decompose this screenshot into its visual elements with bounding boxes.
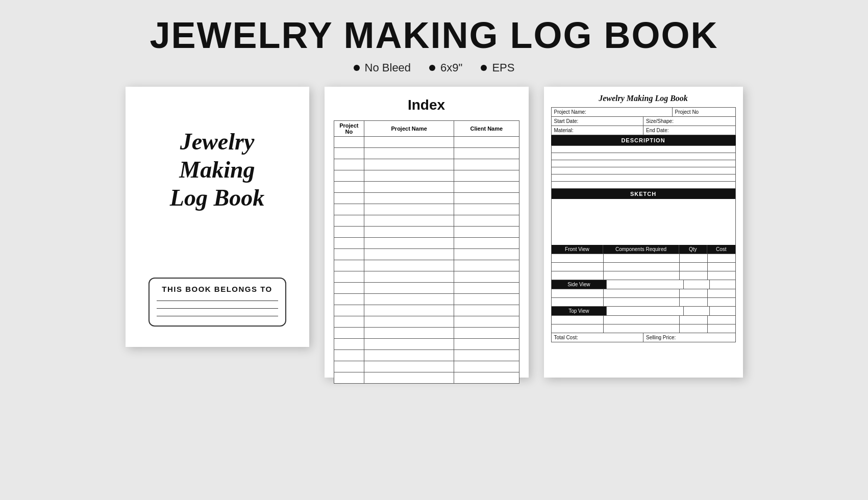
col-header-client-name: Client Name [454, 121, 519, 137]
belongs-line-2 [157, 308, 278, 309]
description-rows [551, 145, 736, 188]
index-cell-no [334, 182, 364, 193]
cost-cell-1 [708, 254, 735, 262]
index-table-row [334, 215, 519, 227]
comp-cell-2 [604, 263, 680, 271]
index-cell-no [334, 148, 364, 159]
index-table-row [334, 350, 519, 361]
index-table-row [334, 238, 519, 249]
size-shape-field: Size/Shape: [643, 117, 735, 126]
index-table-row [334, 305, 519, 316]
index-cell-client [454, 328, 519, 339]
desc-row-3 [551, 160, 736, 167]
desc-row-6 [551, 181, 736, 188]
index-cell-client [454, 227, 519, 238]
cost-cell-2 [708, 263, 735, 271]
top-qty-cell-3 [680, 324, 708, 333]
index-table-row [334, 361, 519, 372]
subtitle-label-eps: EPS [492, 61, 514, 74]
index-table-row [334, 170, 519, 182]
index-cell-name [364, 294, 454, 305]
index-cell-name [364, 361, 454, 372]
index-cell-client [454, 372, 519, 384]
belongs-label: THIS BOOK BELONGS TO [157, 285, 278, 293]
index-cell-client [454, 182, 519, 193]
footer-row: Total Cost: Selling Price: [552, 333, 735, 342]
index-cell-no [334, 227, 364, 238]
front-view-header: Front View [552, 245, 604, 254]
index-cell-no [334, 249, 364, 260]
top-comp-cell-3 [604, 324, 680, 333]
side-view-cell-1 [552, 289, 604, 297]
front-view-row-1 [552, 254, 735, 262]
top-cost-cell-2 [708, 316, 735, 324]
index-cell-no [334, 271, 364, 283]
index-cell-name [364, 215, 454, 227]
index-cell-client [454, 238, 519, 249]
top-comp-cell-1 [607, 307, 684, 315]
index-cell-no [334, 283, 364, 294]
index-table-row [334, 260, 519, 271]
top-qty-cell-2 [680, 316, 708, 324]
top-qty-cell-1 [684, 307, 710, 315]
selling-price-label: Selling Price: [643, 333, 735, 342]
project-name-field: Project Name: [552, 108, 673, 116]
index-cell-name [364, 372, 454, 384]
index-cell-name [364, 305, 454, 316]
side-view-row-2 [552, 297, 735, 306]
log-header-row-1: Project Name: Project No [551, 107, 736, 116]
desc-row-1 [551, 145, 736, 153]
bullet-dot-2 [429, 65, 435, 71]
index-table-row [334, 148, 519, 159]
index-cell-no [334, 328, 364, 339]
bullet-dot-1 [354, 65, 360, 71]
index-cell-client [454, 193, 519, 204]
index-cell-no [334, 159, 364, 170]
front-view-row-3 [552, 271, 735, 280]
index-table-row [334, 271, 519, 283]
log-header-row-2: Start Date: Size/Shape: [551, 116, 736, 126]
belongs-to-box: THIS BOOK BELONGS TO [148, 278, 286, 327]
top-view-row-2 [552, 324, 735, 333]
index-table-row [334, 137, 519, 148]
index-cell-no [334, 137, 364, 148]
col-header-project-name: Project Name [364, 121, 454, 137]
index-table-row [334, 328, 519, 339]
index-table-row [334, 227, 519, 238]
index-title: Index [334, 97, 519, 113]
index-cell-name [364, 148, 454, 159]
index-table-row [334, 204, 519, 215]
subtitle-item-eps: EPS [481, 61, 514, 74]
cover-title: Jewelry Making Log Book [141, 128, 294, 212]
qty-cell-1 [680, 254, 708, 262]
top-view-cell-1 [552, 316, 604, 324]
side-cost-cell-1 [710, 280, 735, 289]
pages-container: Jewelry Making Log Book THIS BOOK BELONG… [126, 87, 743, 378]
bullet-dot-3 [481, 65, 487, 71]
page-title: JEWELRY MAKING LOG BOOK [150, 14, 718, 56]
comp-cell-3 [604, 271, 680, 280]
index-cell-name [364, 238, 454, 249]
top-comp-cell-2 [604, 316, 680, 324]
top-view-cell-2 [552, 324, 604, 333]
side-comp-cell-2 [604, 289, 680, 297]
index-cell-no [334, 193, 364, 204]
cost-cell-3 [708, 271, 735, 280]
index-cell-client [454, 294, 519, 305]
side-cost-cell-3 [708, 298, 735, 306]
comp-cell-1 [604, 254, 680, 262]
index-cell-client [454, 204, 519, 215]
index-table-row [334, 372, 519, 384]
index-cell-no [334, 204, 364, 215]
index-cell-client [454, 350, 519, 361]
index-cell-name [364, 182, 454, 193]
index-cell-no [334, 238, 364, 249]
qty-cell-3 [680, 271, 708, 280]
start-date-field: Start Date: [552, 117, 644, 126]
index-cell-no [334, 339, 364, 350]
qty-cell-2 [680, 263, 708, 271]
index-table-row [334, 249, 519, 260]
index-cell-client [454, 283, 519, 294]
qty-header: Qty [679, 245, 707, 254]
index-cell-name [364, 227, 454, 238]
